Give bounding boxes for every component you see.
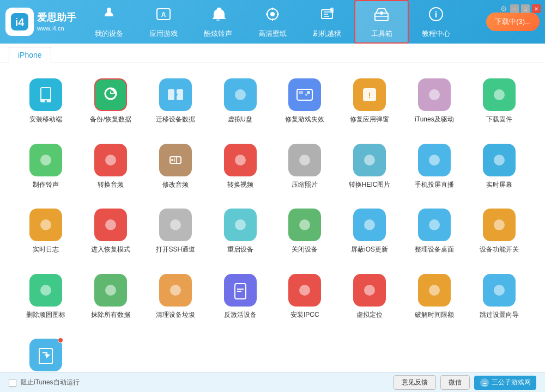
tutorial-icon: i	[427, 5, 445, 27]
tool-label-install-ipcc: 安装IPCC	[290, 311, 319, 320]
tool-item-convert-audio[interactable]: 转换音频	[81, 139, 141, 194]
feedback-button[interactable]: 意见反馈	[393, 375, 436, 390]
svg-point-34	[429, 89, 440, 100]
tool-item-download-firmware[interactable]: 下载固件	[469, 74, 529, 128]
nav-item-wallpaper[interactable]: 高清壁纸	[245, 0, 300, 44]
logo-text: 爱思助手 www.i4.cn	[37, 11, 76, 33]
tool-icon-deactivate	[224, 274, 257, 307]
svg-rect-12	[330, 8, 334, 13]
svg-point-39	[171, 159, 173, 161]
tool-item-backup-guide[interactable]: 备份引导区数据	[16, 334, 76, 372]
my-device-icon	[100, 5, 118, 27]
tool-label-deactivate: 反激活设备	[224, 311, 257, 320]
tool-item-deactivate[interactable]: 反激活设备	[210, 270, 270, 324]
tool-item-clean-junk[interactable]: 清理设备垃圾	[146, 270, 205, 324]
tool-label-compress-photo: 压缩照片	[292, 181, 318, 189]
tool-icon-install-mobile	[29, 78, 62, 111]
tool-label-fake-location: 虚拟定位	[356, 311, 383, 320]
nav-item-jailbreak[interactable]: 刷机越狱	[300, 0, 354, 44]
svg-point-46	[494, 155, 505, 166]
tool-label-shutdown-device: 关闭设备	[292, 246, 318, 254]
tool-item-fix-game[interactable]: 修复游戏失效	[275, 74, 335, 128]
site-logo: 三 三公子游戏网	[474, 376, 536, 390]
svg-point-50	[235, 219, 246, 230]
tool-item-realtime-screen[interactable]: 实时屏幕	[469, 139, 529, 194]
tool-item-migrate-data[interactable]: 迁移设备数据	[146, 74, 205, 128]
tool-icon-convert-audio	[94, 144, 127, 176]
tool-item-organize-desktop[interactable]: 整理设备桌面	[405, 204, 464, 259]
tool-item-recovery-mode[interactable]: 进入恢复模式	[81, 204, 141, 259]
tool-label-convert-audio: 转换音频	[98, 181, 124, 189]
tool-item-virtual-udisk[interactable]: 虚拟U盘	[210, 74, 270, 128]
tab-bar: iPhone	[0, 44, 545, 63]
tool-label-erase-all: 抹除所有数据	[91, 311, 130, 320]
tool-item-compress-photo[interactable]: 压缩照片	[275, 139, 335, 194]
tool-item-convert-video[interactable]: 转换视频	[210, 139, 270, 194]
svg-point-63	[429, 285, 440, 296]
tool-item-itunes-driver[interactable]: iTunes及驱动	[405, 74, 464, 128]
tool-item-backup-restore[interactable]: 备份/恢复数据	[81, 74, 141, 128]
svg-point-35	[494, 89, 505, 100]
tool-label-itunes-driver: iTunes及驱动	[415, 115, 454, 124]
nav-item-toolbox[interactable]: 工具箱	[354, 0, 409, 44]
tool-icon-device-switch	[483, 209, 516, 241]
nav-item-my-device[interactable]: 我的设备	[82, 0, 136, 44]
nav-item-ringtone[interactable]: 酷炫铃声	[191, 0, 245, 44]
tool-item-edit-audio[interactable]: 修改音频	[146, 139, 205, 194]
tool-item-erase-all[interactable]: 抹除所有数据	[81, 270, 141, 324]
tool-icon-realtime-screen	[483, 144, 516, 176]
close-button[interactable]: ✕	[532, 4, 541, 13]
site-label: 三公子游戏网	[492, 378, 531, 387]
wechat-button[interactable]: 微信	[440, 375, 470, 390]
main-content: 安装移动端备份/恢复数据迁移设备数据虚拟U盘修复游戏失效!修复应用弹窗iTune…	[0, 63, 545, 372]
tool-label-fix-game: 修复游戏失效	[285, 115, 324, 124]
tool-item-install-mobile[interactable]: 安装移动端	[16, 74, 76, 128]
svg-point-27	[235, 89, 246, 100]
tool-item-break-time[interactable]: 破解时间限额	[405, 270, 464, 324]
svg-point-64	[494, 285, 505, 296]
app-game-icon: A	[155, 5, 172, 27]
svg-point-55	[40, 285, 51, 296]
tool-item-fake-location[interactable]: 虚拟定位	[340, 270, 399, 324]
nav-item-tutorial[interactable]: i 教程中心	[409, 0, 463, 44]
minimize-button[interactable]: ─	[510, 4, 519, 13]
tool-item-phone-cast[interactable]: 手机投屏直播	[405, 139, 464, 194]
tools-grid: 安装移动端备份/恢复数据迁移设备数据虚拟U盘修复游戏失效!修复应用弹窗iTune…	[16, 74, 529, 372]
tool-icon-ssh-tunnel	[159, 209, 192, 241]
itunes-checkbox[interactable]	[9, 379, 16, 387]
tool-item-install-ipcc[interactable]: 安装IPCC	[275, 270, 335, 324]
nav-label-my-device: 我的设备	[95, 29, 123, 39]
tool-item-make-ringtone[interactable]: 制作铃声	[16, 139, 76, 194]
svg-point-44	[364, 155, 375, 166]
footer: 阻止iTunes自动运行 意见反馈 微信 三 三公子游戏网	[0, 372, 545, 392]
itunes-label: 阻止iTunes自动运行	[21, 378, 80, 387]
tool-item-ssh-tunnel[interactable]: 打开SSH通道	[146, 204, 205, 259]
tool-icon-make-ringtone	[29, 144, 62, 176]
maximize-button[interactable]: □	[521, 4, 530, 13]
settings-icon[interactable]: ⚙	[499, 4, 508, 13]
tool-item-shutdown-device[interactable]: 关闭设备	[275, 204, 335, 259]
tool-item-fix-app[interactable]: !修复应用弹窗	[340, 74, 399, 128]
nav-item-app-game[interactable]: A 应用游戏	[136, 0, 191, 44]
tool-item-convert-heic[interactable]: 转换HEIC图片	[340, 139, 399, 194]
tool-label-organize-desktop: 整理设备桌面	[415, 246, 454, 254]
tool-label-edit-audio: 修改音频	[162, 181, 189, 189]
tool-icon-fix-app: !	[353, 78, 386, 111]
tool-item-restart-device[interactable]: 重启设备	[210, 204, 270, 259]
nav-label-app-game: 应用游戏	[149, 29, 178, 39]
tool-item-realtime-log[interactable]: 实时日志	[16, 204, 76, 259]
tool-item-block-ios-update[interactable]: 屏蔽iOS更新	[340, 204, 399, 259]
tool-label-break-time: 破解时间限额	[415, 311, 454, 320]
nav-label-tutorial: 教程中心	[422, 29, 450, 39]
tool-item-skip-setup[interactable]: 跳过设置向导	[469, 270, 529, 324]
tool-label-ssh-tunnel: 打开SSH通道	[156, 246, 196, 254]
tool-item-delete-stubborn[interactable]: 删除顽固图标	[16, 270, 76, 324]
tool-icon-realtime-log	[29, 209, 62, 241]
tab-iphone[interactable]: iPhone	[9, 47, 51, 63]
tool-label-device-switch: 设备功能开关	[480, 246, 519, 254]
tool-item-device-switch[interactable]: 设备功能开关	[469, 204, 529, 259]
download-button[interactable]: 下载中(3)...	[486, 13, 540, 31]
svg-point-52	[364, 219, 375, 230]
svg-text:三: 三	[482, 381, 487, 387]
tool-label-virtual-udisk: 虚拟U盘	[228, 115, 252, 124]
